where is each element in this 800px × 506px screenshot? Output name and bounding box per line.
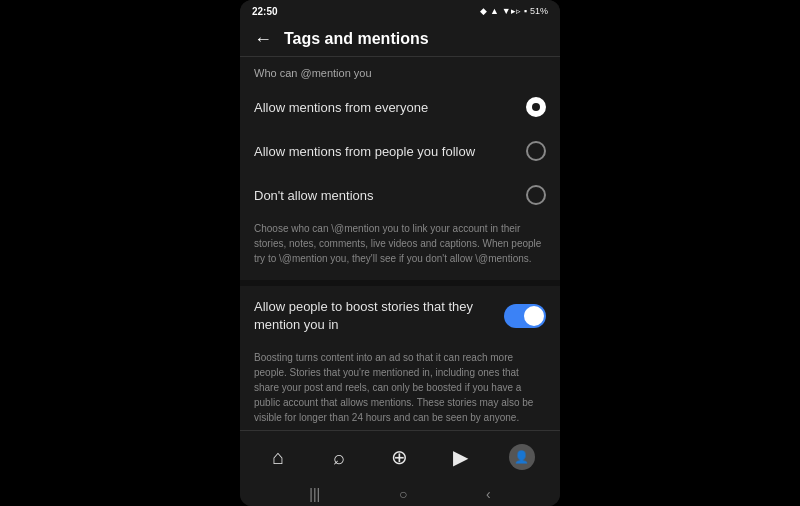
nav-tab-create[interactable]: ⊕	[370, 438, 431, 476]
toggle-boost-mention-label: Allow people to boost stories that they …	[254, 298, 504, 334]
status-icons: ◆ ▲ ▼▸▹ ▪ 51%	[480, 6, 548, 16]
toggle-boost-mention[interactable]	[504, 304, 546, 328]
option-everyone[interactable]: Allow mentions from everyone	[240, 85, 560, 129]
option-no-mentions-label: Don't allow mentions	[254, 188, 374, 203]
gesture-back-icon: ‹	[486, 486, 491, 502]
avatar-icon: 👤	[514, 451, 529, 463]
page-title: Tags and mentions	[284, 30, 429, 48]
section-header-mention: Who can @mention you	[240, 57, 560, 85]
top-nav: ← Tags and mentions	[240, 22, 560, 57]
nav-tab-search[interactable]: ⌕	[309, 438, 370, 476]
create-icon: ⊕	[391, 447, 408, 467]
reels-icon: ▶	[453, 447, 468, 467]
content-area: Who can @mention you Allow mentions from…	[240, 57, 560, 430]
mention-helper-text: Choose who can \@mention you to link you…	[240, 217, 560, 280]
toggle-boost-mention-row: Allow people to boost stories that they …	[240, 286, 560, 346]
option-following[interactable]: Allow mentions from people you follow	[240, 129, 560, 173]
profile-avatar: 👤	[509, 444, 535, 470]
status-bar: 22:50 ◆ ▲ ▼▸▹ ▪ 51%	[240, 0, 560, 22]
battery-level: 51%	[530, 6, 548, 16]
nav-tab-home[interactable]: ⌂	[248, 438, 309, 476]
bottom-nav: ⌂ ⌕ ⊕ ▶ 👤	[240, 430, 560, 482]
wifi-icon: ▲	[490, 6, 499, 16]
radio-following[interactable]	[526, 141, 546, 161]
option-no-mentions[interactable]: Don't allow mentions	[240, 173, 560, 217]
home-icon: ⌂	[272, 447, 284, 467]
nav-tab-profile[interactable]: 👤	[491, 438, 552, 476]
status-time: 22:50	[252, 6, 278, 17]
toggle-boost-mention-helper: Boosting turns content into an ad so tha…	[240, 346, 560, 430]
network-icons: ▼▸▹	[502, 6, 521, 16]
option-everyone-label: Allow mentions from everyone	[254, 100, 428, 115]
nav-tabs: ⌂ ⌕ ⊕ ▶ 👤	[240, 438, 560, 476]
option-following-label: Allow mentions from people you follow	[254, 144, 475, 159]
radio-no-mentions[interactable]	[526, 185, 546, 205]
radio-everyone[interactable]	[526, 97, 546, 117]
gesture-recent-icon: |||	[309, 486, 320, 502]
gesture-home-icon: ○	[399, 486, 407, 502]
battery-icon: ▪	[524, 6, 527, 16]
back-button[interactable]: ←	[254, 30, 272, 48]
nav-tab-reels[interactable]: ▶	[430, 438, 491, 476]
gesture-bar: ||| ○ ‹	[240, 482, 560, 506]
search-icon: ⌕	[333, 447, 345, 467]
signal-icon: ◆	[480, 6, 487, 16]
